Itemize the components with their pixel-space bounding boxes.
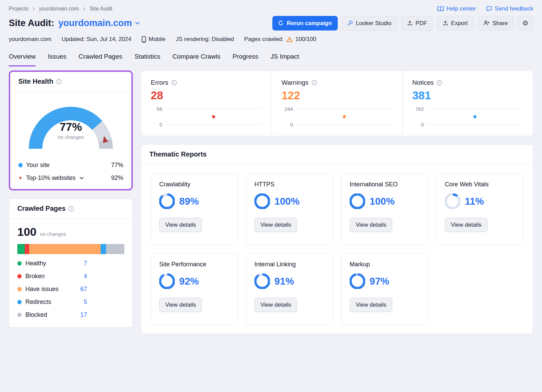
top-links: Help center Send feedback <box>437 5 533 12</box>
share-button[interactable]: Share <box>478 16 514 30</box>
left-column: Site Health 77% no changes Your site <box>9 70 133 334</box>
view-details-button[interactable]: View details <box>254 298 297 312</box>
report-percent: 89% <box>179 196 199 207</box>
export-button[interactable]: Export <box>437 16 474 30</box>
breadcrumb-domain[interactable]: yourdomain.com <box>39 6 79 12</box>
issues-summary-card: Errors 28 56 0 Warnings <box>141 70 533 136</box>
tab-bar: Overview Issues Crawled Pages Statistics… <box>9 53 533 66</box>
tab-overview[interactable]: Overview <box>9 53 36 66</box>
errors-sparkline: 56 0 <box>151 105 262 128</box>
pdf-button[interactable]: PDF <box>401 16 433 30</box>
meta-device: Mobile <box>142 36 166 43</box>
healthy-label: Healthy <box>25 260 73 267</box>
send-feedback-link[interactable]: Send feedback <box>486 5 533 12</box>
legend-row-top10: ▼ Top-10% websites 92% <box>18 174 123 182</box>
info-icon[interactable] <box>437 80 442 85</box>
info-icon[interactable] <box>171 80 177 85</box>
site-health-card: Site Health 77% no changes Your site <box>9 70 133 190</box>
warnings-column: Warnings 122 244 0 <box>272 71 402 136</box>
have-issues-count-link[interactable]: 67 <box>73 286 87 293</box>
overview-content: Site Health 77% no changes Your site <box>9 70 533 334</box>
donut-chart <box>254 273 270 289</box>
donut-chart <box>159 193 175 209</box>
tab-js-impact[interactable]: JS Impact <box>271 53 299 66</box>
legend-row-broken: Broken 4 <box>17 273 124 280</box>
warning-triangle-icon <box>286 37 293 42</box>
domain-selector[interactable]: yourdomain.com <box>58 18 140 28</box>
info-icon[interactable] <box>68 206 74 211</box>
thematic-reports-card: Thematic Reports Crawlability 89% View d… <box>141 144 533 334</box>
report-card-https: HTTPS 100% View details <box>246 173 333 245</box>
blue-dot-icon <box>17 300 22 304</box>
redirects-count-link[interactable]: 5 <box>73 298 87 306</box>
looker-studio-button[interactable]: Looker Studio <box>342 16 397 30</box>
pages-crawled-value: 100/100 <box>295 36 316 43</box>
thematic-reports-title: Thematic Reports <box>149 150 207 158</box>
info-icon[interactable] <box>56 79 62 84</box>
report-card-markup: Markup 97% View details <box>341 253 428 325</box>
chevron-right-icon <box>83 7 85 11</box>
right-column: Errors 28 56 0 Warnings <box>141 70 533 334</box>
blocked-label: Blocked <box>25 311 73 318</box>
view-details-button[interactable]: View details <box>445 218 487 232</box>
domain-name: yourdomain.com <box>58 18 132 28</box>
green-dot-icon <box>17 261 22 266</box>
help-center-link[interactable]: Help center <box>437 5 476 12</box>
breadcrumb-site-audit: Site Audit <box>89 6 112 12</box>
view-details-button[interactable]: View details <box>350 218 392 232</box>
pdf-label: PDF <box>416 20 427 26</box>
thematic-reports-header: Thematic Reports <box>141 145 533 164</box>
legend-row-blocked: Blocked 17 <box>17 311 124 318</box>
meta-domain: yourdomain.com <box>9 36 51 43</box>
donut-chart <box>445 193 460 209</box>
healthy-count-link[interactable]: 7 <box>73 260 87 267</box>
meta-device-label: Mobile <box>149 36 166 43</box>
upload-icon <box>443 20 448 26</box>
report-percent: 92% <box>179 276 199 287</box>
view-details-button[interactable]: View details <box>350 298 392 312</box>
rerun-campaign-button[interactable]: Rerun campaign <box>272 16 337 30</box>
report-card-crawlability: Crawlability 89% View details <box>151 173 238 245</box>
add-user-icon <box>483 20 489 26</box>
meta-updated: Updated: Sun, Jul 14, 2024 <box>62 36 131 43</box>
breadcrumb-projects[interactable]: Projects <box>9 6 28 12</box>
report-card-internal-linking: Internal Linking 91% View details <box>246 253 333 325</box>
report-title: Crawlability <box>159 181 229 188</box>
report-title: Markup <box>350 261 420 268</box>
notices-label: Notices <box>412 79 434 86</box>
crawled-pages-change: no changes <box>40 231 66 237</box>
crawled-pages-body: 100 no changes Healthy 7 Broken 4 <box>9 219 132 327</box>
view-details-button[interactable]: View details <box>254 218 297 232</box>
tab-progress[interactable]: Progress <box>232 53 258 66</box>
legend-row-redirects: Redirects 5 <box>17 298 124 306</box>
crawled-pages-total: 100 <box>17 225 37 239</box>
tab-compare-crawls[interactable]: Compare Crawls <box>172 53 220 66</box>
view-details-button[interactable]: View details <box>159 298 202 312</box>
legend-row-your-site: Your site 77% <box>18 162 123 169</box>
info-icon[interactable] <box>312 80 317 85</box>
tab-statistics[interactable]: Statistics <box>134 53 160 66</box>
looker-studio-icon <box>348 20 353 26</box>
view-details-button[interactable]: View details <box>159 218 202 232</box>
settings-button[interactable]: ⚙ <box>518 16 533 30</box>
gear-icon: ⚙ <box>522 20 528 26</box>
export-label: Export <box>451 20 468 26</box>
redirects-label: Redirects <box>25 298 73 306</box>
legend-row-have-issues: Have issues 67 <box>17 286 124 293</box>
crawled-pages-header: Crawled Pages <box>9 199 132 219</box>
crawled-pages-card: Crawled Pages 100 no changes Healthy 7 <box>9 199 133 328</box>
header-actions: Rerun campaign Looker Studio PDF Export … <box>272 16 533 30</box>
donut-chart <box>350 193 365 209</box>
site-health-score: 77% <box>23 121 118 133</box>
tab-crawled-pages[interactable]: Crawled Pages <box>79 53 122 66</box>
meta-pages-crawled: Pages crawled: 100/100 <box>244 36 316 43</box>
blocked-count-link[interactable]: 17 <box>73 311 87 318</box>
broken-count-link[interactable]: 4 <box>73 273 87 280</box>
broken-label: Broken <box>25 273 73 280</box>
chevron-down-icon[interactable] <box>80 177 84 179</box>
tab-issues[interactable]: Issues <box>48 53 66 66</box>
errors-label: Errors <box>151 79 168 86</box>
sparkline-chart <box>165 105 262 128</box>
sparkline-chart <box>426 105 523 128</box>
report-card-international-seo: International SEO 100% View details <box>341 173 428 245</box>
